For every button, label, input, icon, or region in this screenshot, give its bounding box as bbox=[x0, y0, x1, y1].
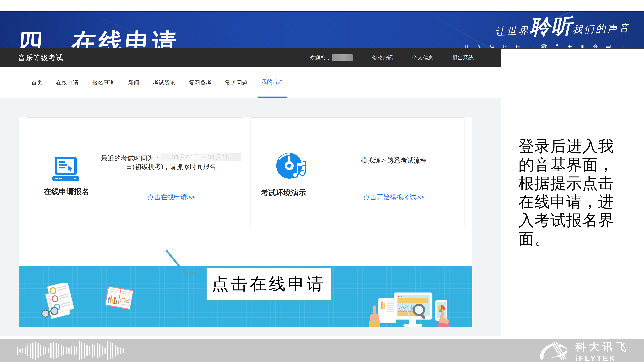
callout-box: 点击在线申请 bbox=[205, 267, 332, 301]
sun-icon: ☀ bbox=[592, 43, 599, 49]
nav-tab-review-prep[interactable]: 复习备考 bbox=[189, 67, 212, 98]
online-apply-link[interactable]: 点击在线申请>> bbox=[148, 193, 195, 202]
waveform-bar bbox=[68, 347, 70, 354]
waveform-bar bbox=[107, 341, 108, 360]
waveform-bar bbox=[30, 344, 31, 358]
demo-card-title: 考试环境演示 bbox=[261, 188, 306, 198]
cart-icon: ▤ bbox=[605, 43, 612, 49]
exam-demo-card: 考试环境演示 模拟练习熟悉考试流程 点击开始模拟考试>> bbox=[250, 117, 464, 227]
brand-chinese-name: 科大讯飞 bbox=[576, 340, 630, 354]
waveform-bar bbox=[20, 349, 20, 353]
exam-time-notice: 最近的考试时间为：01月01日—01月15 日(初级机考)，请抓紧时间报名 bbox=[100, 153, 242, 171]
waveform-bar bbox=[84, 343, 85, 358]
search-icon: ⚲ bbox=[488, 42, 497, 49]
waveform-bar bbox=[74, 346, 75, 356]
slogan-mid: 聆听 bbox=[530, 14, 573, 38]
tv-icon: ⊞ bbox=[514, 43, 522, 49]
waveform-bar bbox=[38, 343, 39, 358]
waveform-bar bbox=[58, 344, 59, 357]
nav-tab-online-apply[interactable]: 在线申请 bbox=[56, 67, 78, 98]
logout-link[interactable]: 退出系统 bbox=[452, 54, 474, 61]
laptop-icon bbox=[50, 157, 82, 181]
iflytek-swoosh-icon bbox=[539, 342, 571, 362]
waveform-bar bbox=[61, 345, 62, 356]
waveform-bar bbox=[120, 348, 121, 354]
left-hand bbox=[369, 305, 380, 327]
waveform-bar bbox=[45, 347, 46, 354]
nav-tab-home[interactable]: 首页 bbox=[31, 67, 42, 98]
slogan-pre: 让世界 bbox=[495, 25, 530, 37]
apply-card-title: 在线申请报名 bbox=[44, 186, 89, 197]
waveform-bar bbox=[17, 347, 18, 355]
waveform-bar bbox=[94, 345, 95, 356]
nav-tab-exam-info[interactable]: 考试资讯 bbox=[153, 67, 176, 98]
waveform-bar bbox=[99, 344, 100, 357]
audio-waveform-logo bbox=[17, 339, 124, 362]
slide-footer: 科大讯飞 iFLYTEK bbox=[0, 339, 644, 362]
page-bottom-strip bbox=[0, 327, 501, 336]
documents-illustration bbox=[38, 283, 80, 320]
main-nav: 首页 在线申请 报名查询 新闻 考试资讯 复习备考 常见问题 我的音基 bbox=[0, 67, 501, 98]
redacted-exam-date: 01月01日—01月15 bbox=[160, 153, 241, 161]
change-password-link[interactable]: 修改密码 bbox=[372, 54, 393, 61]
waveform-bar bbox=[104, 347, 106, 354]
waveform-bar bbox=[115, 345, 116, 357]
report-illustration bbox=[105, 287, 134, 311]
plane-icon: ✈ bbox=[566, 43, 573, 49]
nav-tab-registration-query[interactable]: 报名查询 bbox=[92, 67, 115, 98]
waveform-bar bbox=[43, 346, 44, 355]
instruction-note: 登录后进入我的音基界面，根据提示点击在线申请，进入考试报名界面。 bbox=[518, 137, 622, 248]
page-title: 四、在线申请 bbox=[17, 26, 180, 49]
cd-music-icon bbox=[275, 152, 308, 180]
waveform-bar bbox=[112, 343, 113, 358]
nav-tab-faq[interactable]: 常见问题 bbox=[225, 67, 248, 98]
waveform-bar bbox=[66, 347, 67, 354]
redacted-username bbox=[332, 54, 353, 61]
waveform-bar bbox=[79, 341, 80, 360]
welcome-text: 欢迎您， bbox=[310, 54, 353, 61]
mail-icon: ✉ bbox=[502, 43, 509, 49]
nav-tab-my-yinji[interactable]: 我的音基 bbox=[258, 67, 287, 98]
waveform-bar bbox=[50, 343, 52, 358]
slide-header-banner: 四、在线申请 让世界聆听我们的声音 ▯∿⚲✉⊞♪☎❝✈ψ☀▤◫ bbox=[0, 11, 644, 49]
demo-desc: 模拟练习熟悉考试流程 bbox=[358, 156, 429, 165]
waveform-bar bbox=[27, 345, 28, 356]
waveform-bar bbox=[53, 342, 54, 359]
slide: 四、在线申请 让世界聆听我们的声音 ▯∿⚲✉⊞♪☎❝✈ψ☀▤◫ 音乐等级考试 欢… bbox=[0, 0, 644, 362]
waveform-bar bbox=[97, 343, 98, 359]
waveform-bar bbox=[117, 347, 118, 355]
site-header-user-area: 欢迎您， 修改密码 个人信息 退出系统 bbox=[310, 48, 474, 67]
brand-slogan: 让世界聆听我们的声音 bbox=[495, 11, 631, 42]
waveform-bar bbox=[56, 343, 57, 359]
waveform-bar bbox=[71, 347, 72, 355]
online-apply-card: 在线申请报名 最近的考试时间为：01月01日—01月15 日(初级机考)，请抓紧… bbox=[27, 117, 242, 227]
chat-icon: ❝ bbox=[553, 43, 560, 49]
site-title: 音乐等级考试 bbox=[18, 48, 64, 67]
waveform-bar bbox=[102, 346, 103, 355]
personal-info-link[interactable]: 个人信息 bbox=[412, 54, 434, 61]
brand-english-name: iFLYTEK bbox=[576, 354, 616, 362]
music-note-icon: ♪ bbox=[528, 43, 534, 49]
waveform-bar bbox=[76, 347, 77, 354]
waveform-bar bbox=[81, 342, 82, 359]
waveform-bar bbox=[92, 344, 93, 358]
waveform-bar bbox=[86, 345, 88, 357]
waveform-bar bbox=[63, 347, 64, 355]
waveform-bar bbox=[110, 342, 111, 359]
waveform-bar bbox=[40, 345, 41, 356]
nav-tab-news[interactable]: 新闻 bbox=[128, 67, 140, 98]
waveform-bar bbox=[89, 346, 90, 356]
waveform-bar bbox=[22, 348, 23, 353]
iflytek-logo: 科大讯飞 iFLYTEK bbox=[539, 340, 630, 362]
start-mock-exam-link[interactable]: 点击开始模拟考试>> bbox=[364, 193, 424, 202]
waveform-bar bbox=[122, 348, 124, 353]
waveform-bar bbox=[35, 342, 36, 360]
waveform-bar bbox=[48, 348, 49, 353]
devices-hands-illustration bbox=[356, 293, 449, 327]
phone-handset-icon: ☎ bbox=[540, 43, 548, 49]
microphone-icon: ψ bbox=[579, 43, 586, 49]
slogan-post: 我们的声音 bbox=[572, 22, 631, 35]
waveform-bar bbox=[25, 347, 26, 354]
callout-text: 点击在线申请 bbox=[212, 273, 326, 295]
site-header-bar: 音乐等级考试 欢迎您， 修改密码 个人信息 退出系统 bbox=[0, 48, 501, 67]
